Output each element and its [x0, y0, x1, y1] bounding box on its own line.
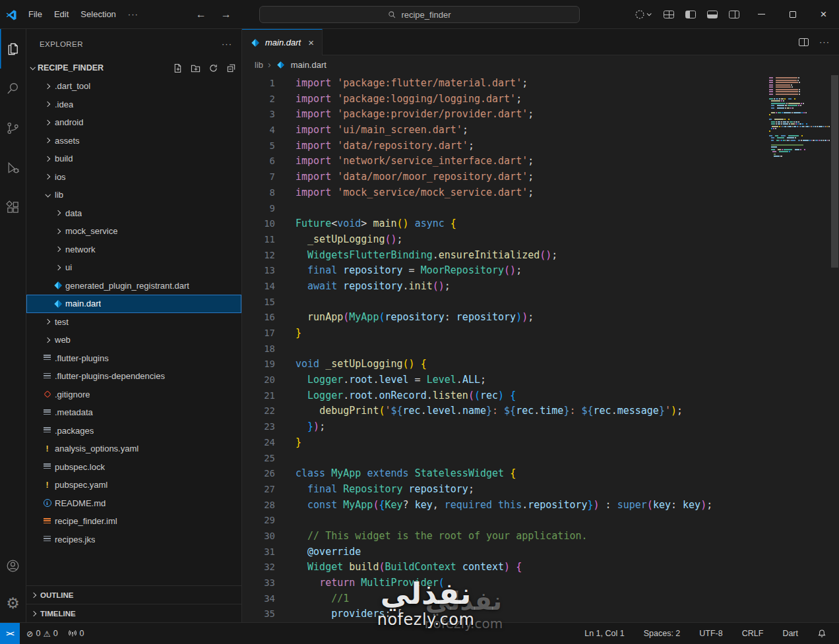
toggle-panel-icon[interactable]: [707, 11, 718, 18]
maximize-button[interactable]: [777, 0, 808, 29]
code-line[interactable]: 22 debugPrint('${rec.level.name}: ${rec.…: [242, 403, 839, 419]
tree-item-main.dart[interactable]: main.dart: [26, 295, 241, 313]
accounts-icon[interactable]: [0, 547, 26, 585]
editor-more-actions-icon[interactable]: ···: [819, 37, 830, 47]
back-icon[interactable]: ←: [196, 9, 206, 20]
code-line[interactable]: 16 runApp(MyApp(repository: repository))…: [242, 310, 839, 326]
code-editor[interactable]: 1import 'package:flutter/material.dart';…: [242, 76, 839, 622]
tree-item-recipes.jks[interactable]: recipes.jks: [26, 531, 241, 549]
tree-item-.dart_tool[interactable]: .dart_tool: [26, 77, 241, 96]
code-line[interactable]: 1import 'package:flutter/material.dart';: [242, 76, 839, 92]
breadcrumb-folder[interactable]: lib: [255, 60, 263, 70]
code-line[interactable]: 13 final repository = MoorRepository();: [242, 263, 839, 279]
tree-item-analysis_options.yaml[interactable]: !analysis_options.yaml: [26, 440, 241, 458]
cursor-position[interactable]: Ln 1, Col 1: [581, 629, 627, 638]
outline-panel[interactable]: OUTLINE: [26, 585, 241, 604]
code-line[interactable]: 27 final Repository repository;: [242, 482, 839, 498]
code-line[interactable]: 9: [242, 201, 839, 217]
tree-item-.idea[interactable]: .idea: [26, 96, 241, 114]
explorer-more-actions-icon[interactable]: ···: [222, 39, 232, 49]
code-line[interactable]: 18: [242, 341, 839, 357]
ports-status[interactable]: 0: [65, 623, 88, 644]
tree-item-ui[interactable]: ui: [26, 258, 241, 277]
refresh-icon[interactable]: [208, 63, 218, 73]
explorer-icon[interactable]: [0, 29, 26, 69]
close-button[interactable]: ×: [808, 0, 839, 29]
customize-layout-icon[interactable]: [664, 11, 674, 18]
remote-indicator[interactable]: ><: [0, 623, 20, 644]
toggle-primary-sidebar-icon[interactable]: [685, 11, 696, 18]
tab-close-icon[interactable]: ×: [305, 37, 314, 48]
tree-item-.flutter-plugins[interactable]: .flutter-plugins: [26, 349, 241, 368]
code-line[interactable]: 7import 'data/moor/moor_repository.dart'…: [242, 169, 839, 185]
tree-item-android[interactable]: android: [26, 113, 241, 132]
code-line[interactable]: 19void _setUpLogging() {: [242, 357, 839, 372]
run-and-debug-icon[interactable]: [0, 148, 26, 187]
menu-edit[interactable]: Edit: [48, 7, 75, 22]
code-line[interactable]: 23 });: [242, 419, 839, 435]
code-line[interactable]: 6import 'network/service_interface.dart'…: [242, 154, 839, 169]
tree-item-mock_service[interactable]: mock_service: [26, 222, 241, 241]
tree-item-web[interactable]: web: [26, 331, 241, 349]
code-line[interactable]: 10Future<void> main() async {: [242, 216, 839, 232]
vertical-scrollbar[interactable]: [830, 74, 839, 622]
code-line[interactable]: 30 // This widget is the root of your ap…: [242, 529, 839, 544]
language-mode[interactable]: Dart: [779, 629, 801, 638]
encoding-status[interactable]: UTF-8: [696, 629, 726, 638]
code-line[interactable]: 28 const MyApp({Key? key, required this.…: [242, 498, 839, 513]
tree-item-README.md[interactable]: iREADME.md: [26, 494, 241, 513]
workspace-section-header[interactable]: RECIPE_FINDER: [26, 59, 241, 77]
menu-file[interactable]: File: [22, 7, 48, 22]
tree-item-generated_plugin_registrant.dart[interactable]: generated_plugin_registrant.dart: [26, 277, 241, 295]
code-line[interactable]: 14 await repository.init();: [242, 279, 839, 295]
code-line[interactable]: 33 return MultiProvider(: [242, 575, 839, 591]
tree-item-pubspec.yaml[interactable]: !pubspec.yaml: [26, 476, 241, 494]
tree-item-.metadata[interactable]: .metadata: [26, 403, 241, 422]
profile-menu-button[interactable]: [635, 9, 650, 20]
code-line[interactable]: 15: [242, 295, 839, 310]
code-line[interactable]: 25: [242, 451, 839, 467]
tree-item-build[interactable]: build: [26, 150, 241, 168]
code-line[interactable]: 20 Logger.root.level = Level.ALL;: [242, 372, 839, 388]
problems-status[interactable]: ⊘ 0 ⚠ 0: [23, 623, 61, 644]
source-control-icon[interactable]: [0, 108, 26, 148]
code-line[interactable]: 5import 'data/repository.dart';: [242, 138, 839, 154]
code-line[interactable]: 17}: [242, 326, 839, 341]
tab-main-dart[interactable]: main.dart ×: [242, 29, 323, 55]
menu-overflow[interactable]: ···: [122, 7, 144, 22]
tree-item-network[interactable]: network: [26, 241, 241, 259]
minimize-button[interactable]: [746, 0, 777, 29]
tree-item-lib[interactable]: lib: [26, 186, 241, 204]
code-line[interactable]: 34 //1: [242, 591, 839, 607]
tree-item-pubspec.lock[interactable]: pubspec.lock: [26, 458, 241, 477]
tree-item-.gitignore[interactable]: .gitignore: [26, 386, 241, 404]
code-line[interactable]: 29: [242, 513, 839, 529]
code-line[interactable]: 11 _setUpLogging();: [242, 232, 839, 248]
tree-item-.flutter-plugins-dependencies[interactable]: .flutter-plugins-dependencies: [26, 367, 241, 386]
extensions-icon[interactable]: [0, 187, 26, 227]
toggle-secondary-sidebar-icon[interactable]: [729, 11, 739, 18]
timeline-panel[interactable]: TIMELINE: [26, 604, 241, 622]
code-line[interactable]: 24}: [242, 435, 839, 451]
code-line[interactable]: 32 Widget build(BuildContext context) {: [242, 560, 839, 575]
split-editor-icon[interactable]: [799, 38, 809, 46]
code-line[interactable]: 26class MyApp extends StatelessWidget {: [242, 466, 839, 482]
code-line[interactable]: 2import 'package:logging/logging.dart';: [242, 92, 839, 107]
new-file-icon[interactable]: [173, 63, 183, 73]
collapse-all-icon[interactable]: [226, 63, 236, 73]
tree-item-test[interactable]: test: [26, 313, 241, 332]
scrollbar-thumb[interactable]: [831, 75, 838, 268]
command-center-search[interactable]: recipe_finder: [259, 6, 580, 23]
tree-item-.packages[interactable]: .packages: [26, 422, 241, 440]
code-line[interactable]: 4import 'ui/main_screen.dart';: [242, 123, 839, 138]
tree-item-assets[interactable]: assets: [26, 132, 241, 150]
code-line[interactable]: 3import 'package:provider/provider.dart'…: [242, 107, 839, 123]
eol-status[interactable]: CRLF: [739, 629, 767, 638]
search-view-icon[interactable]: [0, 69, 26, 108]
tree-item-ios[interactable]: ios: [26, 168, 241, 187]
code-line[interactable]: 35 providers: [: [242, 606, 839, 622]
code-line[interactable]: 8import 'mock_service/mock_service.dart'…: [242, 185, 839, 201]
notifications-bell-icon[interactable]: [814, 629, 830, 638]
new-folder-icon[interactable]: [191, 63, 201, 73]
settings-gear-icon[interactable]: ⚙: [0, 585, 26, 622]
